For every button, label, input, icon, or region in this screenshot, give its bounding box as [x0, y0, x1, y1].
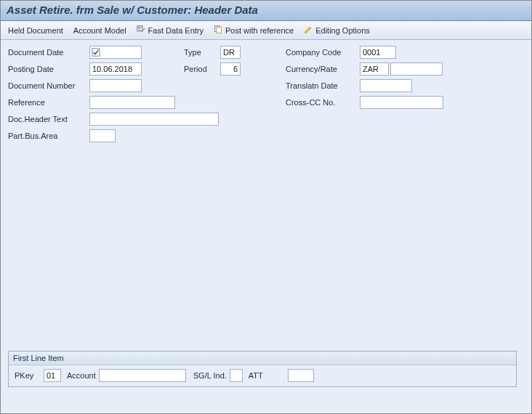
account-model-menu[interactable]: Account Model — [73, 26, 126, 35]
document-date-label: Document Date — [8, 48, 89, 57]
sgl-ind-field[interactable] — [230, 369, 243, 382]
post-with-reference-button[interactable]: Post with reference — [214, 25, 294, 36]
period-field[interactable] — [220, 62, 241, 76]
account-field[interactable] — [99, 369, 186, 382]
pkey-label: PKey — [15, 371, 41, 380]
svg-rect-5 — [92, 49, 100, 56]
part-bus-area-field[interactable] — [89, 129, 116, 142]
form-area: Document Date Type Company Code Posting … — [1, 40, 531, 413]
reference-field[interactable] — [89, 96, 175, 109]
window-title: Asset Retire. frm Sale w/ Customer: Head… — [7, 4, 258, 16]
translatn-date-field[interactable] — [360, 79, 412, 92]
company-code-field[interactable] — [360, 46, 396, 59]
posting-date-label: Posting Date — [8, 65, 89, 73]
first-line-item-group: First Line Item PKey Account SG/L Ind. A… — [8, 351, 517, 387]
document-date-field-container[interactable] — [89, 46, 142, 59]
fast-data-entry-button[interactable]: Fast Data Entry — [137, 25, 203, 36]
sgl-ind-label: SG/L Ind. — [193, 371, 227, 380]
doc-header-text-field[interactable] — [89, 113, 219, 126]
type-field[interactable] — [220, 46, 241, 59]
posting-date-field[interactable] — [89, 62, 142, 76]
window-titlebar: Asset Retire. frm Sale w/ Customer: Head… — [1, 1, 531, 21]
held-document-menu[interactable]: Held Document — [8, 26, 63, 35]
checkbox-checked-icon — [92, 48, 100, 57]
toolbar: Held Document Account Model Fast Data En… — [1, 21, 531, 40]
cross-cc-no-field[interactable] — [360, 96, 443, 109]
pencil-icon — [304, 25, 313, 36]
document-number-field[interactable] — [89, 79, 142, 92]
rate-field[interactable] — [390, 62, 443, 76]
cross-cc-no-label: Cross-CC No. — [286, 98, 360, 107]
document-number-label: Document Number — [8, 81, 89, 90]
reference-label: Reference — [8, 98, 89, 107]
att-field[interactable] — [288, 369, 314, 382]
pkey-field[interactable] — [44, 369, 61, 382]
company-code-label: Company Code — [286, 48, 360, 57]
account-label: Account — [67, 371, 96, 380]
currency-field[interactable] — [360, 62, 389, 76]
editing-options-button[interactable]: Editing Options — [304, 25, 370, 36]
fast-data-entry-label: Fast Data Entry — [148, 26, 203, 35]
part-bus-area-label: Part.Bus.Area — [8, 131, 89, 140]
first-line-item-title: First Line Item — [9, 352, 516, 365]
editing-options-label: Editing Options — [315, 26, 370, 35]
post-with-reference-label: Post with reference — [225, 26, 294, 35]
translatn-date-label: Translatn Date — [286, 81, 360, 90]
currency-rate-label: Currency/Rate — [286, 65, 360, 73]
svg-rect-4 — [217, 27, 222, 33]
table-check-icon — [137, 25, 146, 36]
att-label: ATT — [249, 371, 263, 380]
document-copy-icon — [214, 25, 223, 36]
type-label: Type — [184, 48, 220, 57]
doc-header-text-label: Doc.Header Text — [8, 115, 89, 123]
period-label: Period — [184, 65, 220, 73]
